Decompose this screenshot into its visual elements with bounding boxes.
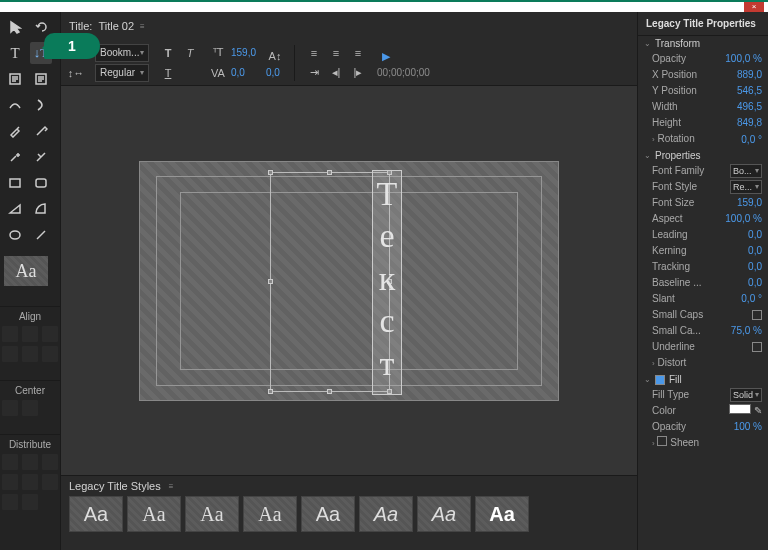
properties-section[interactable]: ⌄Properties	[638, 148, 768, 163]
style-swatch[interactable]: Aa	[417, 496, 471, 532]
slant-value[interactable]: 0,0 °	[741, 292, 762, 306]
align-left-button[interactable]: ≡	[305, 44, 323, 62]
fill-enabled-checkbox[interactable]	[655, 375, 665, 385]
align-top[interactable]	[2, 346, 18, 362]
style-swatch[interactable]: Aa	[127, 496, 181, 532]
font-style-dropdown[interactable]: Regular▾	[95, 64, 149, 82]
tab-icon[interactable]: ⇥	[305, 64, 323, 82]
xpos-value[interactable]: 889,0	[737, 68, 762, 82]
path-type-tool[interactable]	[4, 94, 26, 116]
timecode[interactable]: 00;00;00;00	[377, 67, 430, 78]
panel-menu-icon[interactable]: ≡	[169, 482, 174, 491]
style-swatch[interactable]: Aa	[301, 496, 355, 532]
style-swatch[interactable]: Aa	[185, 496, 239, 532]
eyedropper-tool[interactable]	[30, 120, 52, 142]
svg-rect-3	[36, 179, 46, 187]
dist-1[interactable]	[2, 454, 18, 470]
dist-7[interactable]	[2, 494, 18, 510]
selection-tool[interactable]	[4, 16, 26, 38]
filltype-dropdown[interactable]: Solid▾	[730, 388, 762, 402]
style-swatch[interactable]: Aa	[243, 496, 297, 532]
align-vcenter[interactable]	[22, 346, 38, 362]
tracking-value[interactable]: 0,0	[748, 260, 762, 274]
center-v[interactable]	[22, 400, 38, 416]
dist-8[interactable]	[22, 494, 38, 510]
rotation-value[interactable]: 0,0 °	[741, 133, 762, 147]
title-canvas[interactable]: Т е к с т	[139, 161, 559, 401]
align-right[interactable]	[42, 326, 58, 342]
italic-button[interactable]: T	[181, 44, 199, 62]
dist-3[interactable]	[42, 454, 58, 470]
pen-tool[interactable]	[4, 120, 26, 142]
height-value[interactable]: 849,8	[737, 116, 762, 130]
prev-frame-button[interactable]: ◂|	[327, 64, 345, 82]
text-char: е	[379, 215, 394, 258]
arc-tool[interactable]	[30, 198, 52, 220]
fontstyle-label: Font Style	[652, 180, 697, 194]
text-char: с	[379, 300, 394, 343]
underline-button[interactable]: T	[159, 64, 177, 82]
panel-menu-icon[interactable]: ≡	[140, 22, 145, 31]
next-frame-button[interactable]: |▸	[349, 64, 367, 82]
vertical-path-type-tool[interactable]	[30, 94, 52, 116]
align-center-button[interactable]: ≡	[327, 44, 345, 62]
style-swatch[interactable]: Aa	[69, 496, 123, 532]
rounded-rect-tool[interactable]	[30, 172, 52, 194]
fill-opacity-value[interactable]: 100 %	[734, 420, 762, 434]
line-tool[interactable]	[30, 224, 52, 246]
style-swatch[interactable]: Aa	[359, 496, 413, 532]
leading-value[interactable]: 0,0	[266, 67, 280, 78]
rotate-icon	[34, 20, 48, 34]
dist-2[interactable]	[22, 454, 38, 470]
font-family-dropdown[interactable]: Bookm...▾	[95, 44, 149, 62]
smallcaps-checkbox[interactable]	[752, 310, 762, 320]
add-anchor-tool[interactable]	[4, 146, 26, 168]
show-video-button[interactable]: ▶	[377, 47, 395, 65]
underline-checkbox[interactable]	[752, 342, 762, 352]
center-h[interactable]	[2, 400, 18, 416]
leading-value[interactable]: 0,0	[748, 228, 762, 242]
baseline-value[interactable]: 0,0	[748, 276, 762, 290]
dist-4[interactable]	[2, 474, 18, 490]
fontsize-value[interactable]: 159,0	[737, 196, 762, 210]
align-left[interactable]	[2, 326, 18, 342]
title-name: Title 02	[98, 20, 134, 32]
fontfamily-label: Font Family	[652, 164, 704, 178]
align-bottom[interactable]	[42, 346, 58, 362]
vertical-text-object[interactable]: Т е к с т	[372, 170, 402, 395]
dist-6[interactable]	[42, 474, 58, 490]
dist-5[interactable]	[22, 474, 38, 490]
ypos-value[interactable]: 546,5	[737, 84, 762, 98]
style-swatch[interactable]: Aa	[475, 496, 529, 532]
style-preview: Aa	[4, 256, 48, 286]
transform-section[interactable]: ⌄Transform	[638, 36, 768, 51]
vertical-area-type-tool[interactable]	[30, 68, 52, 90]
area-type-tool[interactable]	[4, 68, 26, 90]
bold-button[interactable]: T	[159, 44, 177, 62]
aspect-value[interactable]: 100,0 %	[725, 212, 762, 226]
smallcapssize-value[interactable]: 75,0 %	[731, 324, 762, 338]
font-size-value[interactable]: 159,0	[231, 47, 256, 58]
ellipse-tool[interactable]	[4, 224, 26, 246]
fill-color-chip[interactable]	[729, 404, 751, 414]
convert-anchor-tool[interactable]	[30, 146, 52, 168]
canvas-area[interactable]: Т е к с т	[61, 86, 637, 475]
kerning-value[interactable]: 0,0	[231, 67, 245, 78]
roll-crawl-icon[interactable]: ↕↔	[67, 64, 85, 82]
align-right-button[interactable]: ≡	[349, 44, 367, 62]
eyedropper-icon[interactable]: ✎	[754, 405, 762, 416]
fontfamily-dropdown[interactable]: Bo...▾	[730, 164, 762, 178]
wedge-tool[interactable]	[4, 198, 26, 220]
rectangle-tool[interactable]	[4, 172, 26, 194]
window-close-button[interactable]: ×	[744, 2, 764, 12]
baseline-label: Baseline ...	[652, 276, 701, 290]
sheen-checkbox[interactable]	[657, 436, 667, 446]
fontstyle-dropdown[interactable]: Re...▾	[730, 180, 762, 194]
text-char: к	[379, 258, 396, 301]
align-hcenter[interactable]	[22, 326, 38, 342]
kerning-value[interactable]: 0,0	[748, 244, 762, 258]
fill-section[interactable]: ⌄ Fill	[638, 372, 768, 387]
opacity-value[interactable]: 100,0 %	[725, 52, 762, 66]
type-tool[interactable]: T	[4, 42, 26, 64]
width-value[interactable]: 496,5	[737, 100, 762, 114]
